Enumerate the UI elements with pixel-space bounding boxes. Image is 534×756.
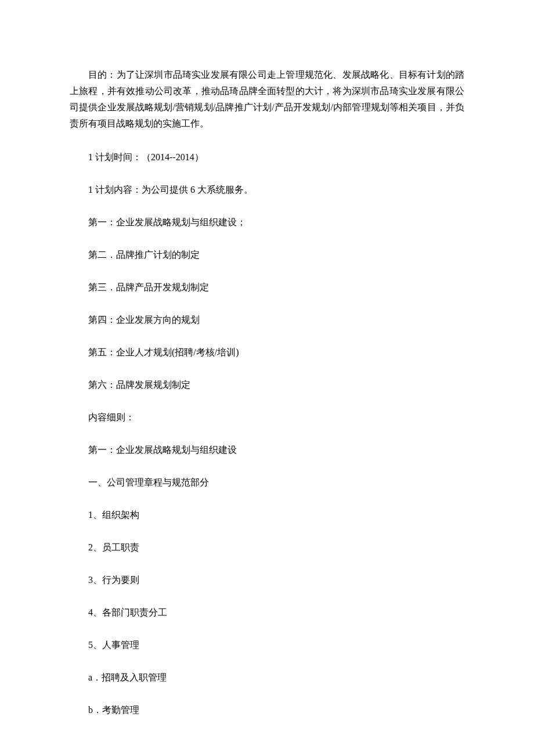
section-1-heading: 第一：企业发展战略规划与组织建设 — [70, 443, 464, 457]
point-3: 3、行为要则 — [70, 573, 464, 587]
point-2: 2、员工职责 — [70, 541, 464, 555]
item-3: 第三．品牌产品开发规划制定 — [70, 280, 464, 294]
subsection-1: 一、公司管理章程与规范部分 — [70, 476, 464, 489]
subpoint-b: b．考勤管理 — [70, 703, 464, 717]
point-5: 5、人事管理 — [70, 638, 464, 652]
item-2: 第二．品牌推广计划的制定 — [70, 248, 464, 262]
plan-time: 1 计划时间：（2014--2014） — [70, 150, 464, 164]
item-1: 第一：企业发展战略规划与组织建设； — [70, 215, 464, 229]
intro-paragraph: 目的：为了让深圳市品琦实业发展有限公司走上管理规范化、发展战略化、目标有计划的踏… — [70, 67, 464, 132]
details-heading: 内容细则： — [70, 411, 464, 424]
plan-content: 1 计划内容：为公司提供 6 大系统服务。 — [70, 183, 464, 197]
subpoint-a: a．招聘及入职管理 — [70, 671, 464, 685]
item-6: 第六：品牌发展规划制定 — [70, 378, 464, 392]
item-4: 第四：企业发展方向的规划 — [70, 313, 464, 327]
point-1: 1、组织架构 — [70, 508, 464, 522]
point-4: 4、各部门职责分工 — [70, 606, 464, 620]
item-5: 第五：企业人才规划(招聘/考核/培训) — [70, 345, 464, 359]
